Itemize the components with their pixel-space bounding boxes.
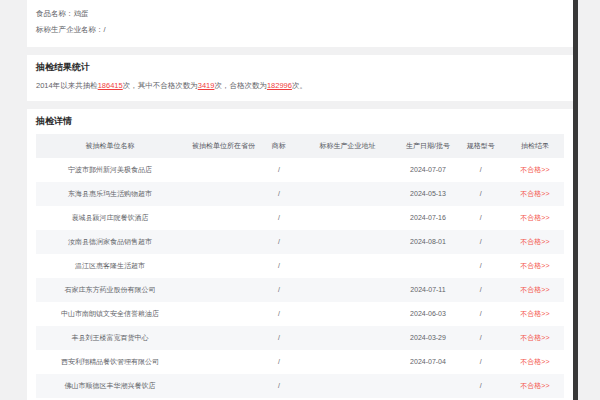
table-row: 西安利翔精品餐饮管理有限公司/2024-07-04/不合格>>	[36, 350, 564, 374]
result-link[interactable]: 不合格>>	[506, 254, 564, 278]
cell-address	[295, 254, 401, 278]
result-link[interactable]: 不合格>>	[506, 326, 564, 350]
column-header: 抽检结果	[506, 134, 564, 158]
cell-province	[184, 278, 263, 302]
table-row: 东海县惠乐玛生活购物超市/2024-05-13/不合格>>	[36, 182, 564, 206]
food-name-value: 鸡蛋	[74, 9, 89, 18]
cell-brand: /	[263, 254, 295, 278]
result-link[interactable]: 不合格>>	[506, 230, 564, 254]
producer-name-line: 标称生产企业名称：/	[36, 22, 564, 38]
cell-name: 中山市南朗镇文安全信誉粮油店	[36, 302, 184, 326]
column-header: 商标	[263, 134, 295, 158]
cell-province	[184, 326, 263, 350]
stats-summary: 2014年以来共抽检186415次，其中不合格次数为3419次，合格次数为182…	[36, 80, 564, 91]
table-row: 石家庄东方药业股份有限公司/2024-07-11/不合格>>	[36, 278, 564, 302]
failed-count-link[interactable]: 3419	[198, 81, 215, 90]
result-link[interactable]: 不合格>>	[506, 302, 564, 326]
stats-suffix: 次。	[292, 81, 307, 90]
result-link[interactable]: 不合格>>	[506, 206, 564, 230]
cell-spec: /	[456, 278, 506, 302]
result-link[interactable]: 不合格>>	[506, 374, 564, 398]
cell-address	[295, 374, 401, 398]
table-row: 丰县刘王楼富宽百货中心/2024-03-29/不合格>>	[36, 326, 564, 350]
cell-date: 2024-07-11	[400, 278, 455, 302]
column-header: 标称生产企业地址	[295, 134, 401, 158]
stats-unit1: 次，其中不合格次数为	[123, 81, 198, 90]
cell-address	[295, 302, 401, 326]
cell-name: 西安利翔精品餐饮管理有限公司	[36, 350, 184, 374]
cell-date: 2024-07-04	[400, 350, 455, 374]
cell-brand: /	[263, 230, 295, 254]
stats-prefix: 2014年以来共抽检	[36, 81, 98, 90]
food-info-card: 食品名称：鸡蛋 标称生产企业名称：/	[27, 0, 573, 47]
cell-spec: /	[456, 206, 506, 230]
table-header-row: 被抽检单位名称被抽检单位所在省份商标标称生产企业地址生产日期/批号规格型号抽检结…	[36, 134, 564, 158]
cell-date: 2024-07-07	[400, 158, 455, 182]
cell-date: 2024-06-03	[400, 302, 455, 326]
cell-address	[295, 230, 401, 254]
cell-brand: /	[263, 182, 295, 206]
cell-province	[184, 182, 263, 206]
cell-address	[295, 326, 401, 350]
cell-brand: /	[263, 158, 295, 182]
content-column: 食品名称：鸡蛋 标称生产企业名称：/ 抽检结果统计 2014年以来共抽检1864…	[27, 0, 573, 400]
table-row: 佛山市顺德区丰华潮兴餐饮店//不合格>>	[36, 374, 564, 398]
cell-province	[184, 374, 263, 398]
cell-brand: /	[263, 278, 295, 302]
table-row: 汝南县德润家食品销售超市/2024-08-01/不合格>>	[36, 230, 564, 254]
cell-name: 汝南县德润家食品销售超市	[36, 230, 184, 254]
column-header: 被抽检单位名称	[36, 134, 184, 158]
cell-province	[184, 302, 263, 326]
food-name-line: 食品名称：鸡蛋	[36, 6, 564, 22]
cell-name: 丰县刘王楼富宽百货中心	[36, 326, 184, 350]
column-header: 规格型号	[456, 134, 506, 158]
cell-name: 石家庄东方药业股份有限公司	[36, 278, 184, 302]
cell-province	[184, 206, 263, 230]
result-link[interactable]: 不合格>>	[506, 350, 564, 374]
column-header: 生产日期/批号	[400, 134, 455, 158]
cell-date: 2024-05-13	[400, 182, 455, 206]
cell-brand: /	[263, 350, 295, 374]
total-count-link[interactable]: 186415	[98, 81, 123, 90]
stats-title: 抽检结果统计	[36, 62, 564, 73]
cell-spec: /	[456, 350, 506, 374]
inspection-stats-card: 抽检结果统计 2014年以来共抽检186415次，其中不合格次数为3419次，合…	[27, 55, 573, 101]
result-link[interactable]: 不合格>>	[506, 182, 564, 206]
cell-date: 2024-07-16	[400, 206, 455, 230]
cell-date	[400, 374, 455, 398]
cell-date: 2024-03-29	[400, 326, 455, 350]
cell-spec: /	[456, 326, 506, 350]
table-body: 宁波市鄞州新河美极食品店/2024-07-07/不合格>>东海县惠乐玛生活购物超…	[36, 158, 564, 398]
inspection-details-card: 抽检详情 被抽检单位名称被抽检单位所在省份商标标称生产企业地址生产日期/批号规格…	[27, 109, 573, 400]
table-row: 宁波市鄞州新河美极食品店/2024-07-07/不合格>>	[36, 158, 564, 182]
cell-spec: /	[456, 230, 506, 254]
cell-address	[295, 350, 401, 374]
table-row: 襄城县颍河庄院餐饮酒店/2024-07-16/不合格>>	[36, 206, 564, 230]
cell-province	[184, 254, 263, 278]
table-row: 中山市南朗镇文安全信誉粮油店/2024-06-03/不合格>>	[36, 302, 564, 326]
producer-name-label: 标称生产企业名称：	[36, 25, 104, 34]
passed-count-link[interactable]: 182996	[267, 81, 292, 90]
cell-address	[295, 182, 401, 206]
cell-province	[184, 230, 263, 254]
stats-unit2: 次，合格次数为	[214, 81, 267, 90]
cell-name: 东海县惠乐玛生活购物超市	[36, 182, 184, 206]
table-row: 温江区惠客隆生活超市//不合格>>	[36, 254, 564, 278]
cell-brand: /	[263, 326, 295, 350]
cell-brand: /	[263, 374, 295, 398]
cell-province	[184, 158, 263, 182]
cell-date	[400, 254, 455, 278]
cell-address	[295, 206, 401, 230]
result-link[interactable]: 不合格>>	[506, 278, 564, 302]
producer-name-value: /	[104, 25, 106, 34]
result-link[interactable]: 不合格>>	[506, 158, 564, 182]
cell-spec: /	[456, 374, 506, 398]
cell-spec: /	[456, 182, 506, 206]
cell-brand: /	[263, 206, 295, 230]
cell-name: 襄城县颍河庄院餐饮酒店	[36, 206, 184, 230]
cell-address	[295, 278, 401, 302]
column-header: 被抽检单位所在省份	[184, 134, 263, 158]
food-name-label: 食品名称：	[36, 9, 74, 18]
cell-province	[184, 350, 263, 374]
cell-date: 2024-08-01	[400, 230, 455, 254]
